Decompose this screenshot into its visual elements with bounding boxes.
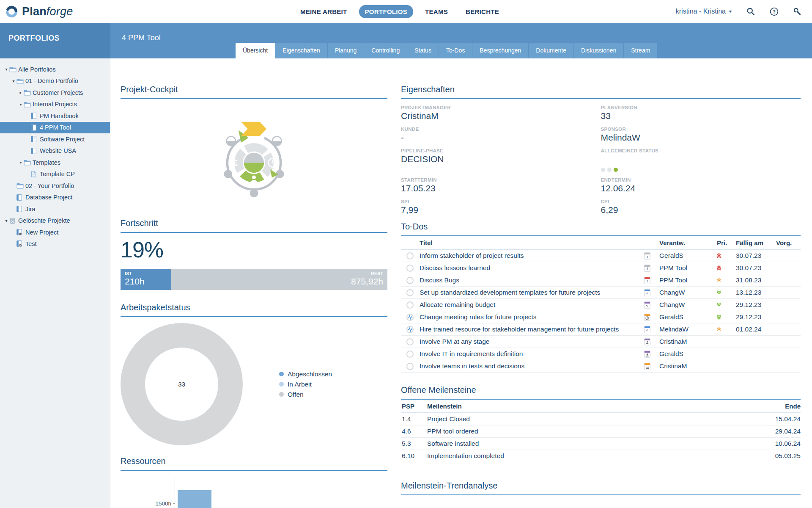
tree-item[interactable]: Jira: [0, 203, 110, 215]
todo-title[interactable]: Discuss lessons learned: [420, 264, 644, 272]
todo-row[interactable]: Involve teams in tests and decisions Cri…: [401, 360, 801, 373]
search-icon[interactable]: [746, 7, 755, 16]
tree-item[interactable]: ▾ Gelöschte Projekte: [0, 215, 110, 227]
property-value: [601, 154, 801, 164]
property-label: SPONSOR: [601, 127, 801, 132]
todo-row[interactable]: Discuss lessons learned i PPM Tool 30.07…: [401, 262, 801, 274]
tree-item-label: Alle Portfolios: [18, 66, 56, 73]
property-label: KUNDE: [401, 127, 601, 132]
tree-item[interactable]: Database Project: [0, 192, 110, 204]
todo-responsible: GeraldS: [659, 252, 717, 260]
tree-item[interactable]: ▸ Customer Projects: [0, 87, 110, 99]
property-label: STARTTERMIN: [401, 177, 601, 182]
todo-responsible: CristinaM: [659, 362, 717, 370]
tree-item-label: Test: [25, 240, 37, 247]
tab[interactable]: Übersicht: [236, 43, 275, 58]
tree-item[interactable]: PM Handbook: [0, 110, 110, 122]
todo-type-icon: i: [644, 252, 659, 260]
tree-item[interactable]: ▾ 01 - Demo Portfolio: [0, 75, 110, 87]
tree-item[interactable]: Website USA: [0, 145, 110, 157]
property-field: STARTTERMIN 17.05.23: [401, 177, 601, 193]
todo-title[interactable]: Allocate remaining budget: [420, 301, 644, 309]
resources-chart: 1500h: [121, 472, 387, 508]
property-label: CPI: [601, 199, 801, 204]
brand-logo[interactable]: Planforge: [0, 5, 73, 18]
nav-item[interactable]: PORTFOLIOS: [359, 5, 414, 18]
tab[interactable]: Status: [407, 43, 439, 58]
milestone-row[interactable]: 6.10 Implementation completed 05.03.25: [401, 450, 801, 462]
todo-checkbox[interactable]: [406, 326, 414, 333]
todo-checkbox[interactable]: [406, 363, 414, 370]
tree-expander-icon[interactable]: ▾: [3, 67, 9, 72]
tree-item-label: 01 - Demo Portfolio: [25, 77, 78, 84]
tree-item[interactable]: Software Project: [0, 133, 110, 145]
tree-item[interactable]: ▾ Internal Projects: [0, 99, 110, 110]
todo-title[interactable]: Discuss Bugs: [420, 276, 644, 284]
todo-title[interactable]: Involve IT in requirements definition: [420, 350, 644, 358]
todo-checkbox[interactable]: [406, 301, 414, 309]
todo-type-icon: <: [644, 301, 659, 309]
portfolio-tree: ▾ Alle Portfolios ▾ 01 - Demo Portfolio …: [0, 58, 110, 508]
todo-row[interactable]: Involve PM at any stage CristinaM: [401, 336, 801, 348]
todo-row[interactable]: Set up standardized development template…: [401, 287, 801, 299]
tab[interactable]: Besprechungen: [472, 43, 528, 58]
todo-row[interactable]: Hire trained resource for stakeholder ma…: [401, 323, 801, 336]
user-menu[interactable]: kristina - Kristina: [676, 8, 732, 15]
help-icon[interactable]: ?: [770, 7, 779, 16]
tab[interactable]: To-Dos: [439, 43, 472, 58]
todo-title[interactable]: Change meeting rules for future projects: [420, 313, 644, 321]
tree-item[interactable]: Template CP: [0, 168, 110, 180]
tree-item[interactable]: Test: [0, 238, 110, 250]
tree-expander-icon[interactable]: ▾: [18, 102, 24, 107]
todo-title[interactable]: Set up standardized development template…: [420, 289, 644, 296]
nav-item[interactable]: TEAMS: [419, 5, 454, 18]
todo-priority-icon: [717, 327, 736, 331]
todo-row[interactable]: Involve IT in requirements definition Ge…: [401, 348, 801, 360]
todo-type-icon: [644, 314, 659, 321]
tree-item[interactable]: ▾ Templates: [0, 157, 110, 168]
nav-item[interactable]: BERICHTE: [460, 5, 505, 18]
tree-expander-icon[interactable]: ▾: [18, 160, 24, 165]
tree-item-label: Website USA: [40, 147, 76, 154]
tree-item[interactable]: 02 - Your Portfolio: [0, 180, 110, 192]
property-field: SPONSOR MelindaW: [601, 127, 801, 143]
todo-checkbox[interactable]: [406, 289, 414, 296]
todo-title[interactable]: Hire trained resource for stakeholder ma…: [420, 326, 644, 333]
tree-item[interactable]: ▾ Alle Portfolios: [0, 64, 110, 75]
tree-expander-icon[interactable]: ▾: [3, 218, 9, 223]
tree-item[interactable]: New Project: [0, 226, 110, 238]
todo-checkbox[interactable]: [406, 277, 414, 284]
wrench-icon[interactable]: [793, 7, 802, 16]
tree-expander-icon[interactable]: ▾: [11, 79, 16, 83]
tab[interactable]: Eigenschaften: [275, 43, 327, 58]
todo-row[interactable]: Discuss Bugs ! PPM Tool 31.08.23: [401, 274, 801, 287]
todo-checkbox[interactable]: [406, 314, 414, 321]
tab[interactable]: Stream: [624, 43, 657, 58]
tab[interactable]: Diskussionen: [574, 43, 623, 58]
tab-bar: ÜbersichtEigenschaftenPlanungControlling…: [236, 43, 658, 58]
todo-checkbox[interactable]: [406, 252, 414, 260]
milestone-row[interactable]: 4.6 PPM tool ordered 29.04.24: [401, 425, 801, 438]
todo-title[interactable]: Inform stakeholder of project results: [420, 252, 644, 260]
milestone-row[interactable]: 5.3 Software installed 10.06.24: [401, 438, 801, 450]
tab[interactable]: Planung: [328, 43, 364, 58]
tree-item-icon: [24, 89, 33, 96]
todos-table-header: Titel Verantw. Pri. Fällig am Vorg.: [401, 236, 801, 250]
todo-row[interactable]: Inform stakeholder of project results i …: [401, 250, 801, 262]
todo-checkbox[interactable]: [406, 351, 414, 358]
tree-expander-icon[interactable]: ▸: [18, 90, 24, 95]
todo-title[interactable]: Involve PM at any stage: [420, 338, 644, 345]
nav-item[interactable]: MEINE ARBEIT: [294, 5, 353, 18]
todo-checkbox[interactable]: [406, 265, 414, 272]
milestone-row[interactable]: 1.4 Project Closed 15.04.24: [401, 413, 801, 425]
tab[interactable]: Controlling: [364, 43, 407, 58]
todo-row[interactable]: Change meeting rules for future projects…: [401, 311, 801, 323]
tab[interactable]: Dokumente: [529, 43, 573, 58]
tree-item[interactable]: 4 PPM Tool: [0, 122, 110, 134]
property-label: SPI: [401, 199, 601, 204]
tree-item-icon: [31, 124, 40, 131]
todo-title[interactable]: Involve teams in tests and decisions: [420, 362, 644, 370]
todo-checkbox[interactable]: [406, 338, 414, 345]
todo-row[interactable]: Allocate remaining budget < ChangW 29.12…: [401, 299, 801, 311]
y-axis-label: 1500h: [121, 500, 171, 507]
